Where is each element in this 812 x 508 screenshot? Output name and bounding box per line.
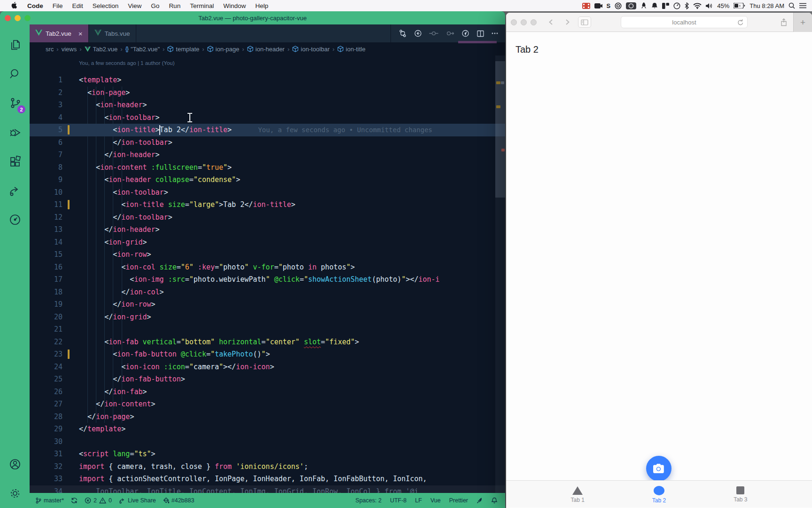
menu-item-code[interactable]: Code — [23, 2, 48, 9]
address-bar[interactable]: localhost — [621, 16, 748, 28]
vscode-titlebar[interactable]: Tab2.vue — photo-gallery-capacitor-vue — [0, 11, 505, 24]
spotlight-icon[interactable] — [789, 2, 795, 9]
code-line[interactable]: 15 <ion-row> — [30, 248, 505, 261]
code-editor[interactable]: You, a few seconds ago | 1 author (You) … — [30, 56, 505, 493]
search-icon[interactable] — [0, 59, 30, 88]
split-editor-icon[interactable] — [476, 30, 484, 38]
tab-tabs-vue[interactable]: Tabs.vue — [89, 24, 136, 42]
extensions-icon[interactable] — [0, 147, 30, 176]
line-number[interactable]: 18 — [30, 286, 62, 299]
tab-bar-item-tab-1[interactable]: Tab 1 — [537, 481, 618, 508]
breadcrumb-item-tab2-vue[interactable]: Tab2.vue — [85, 46, 118, 53]
line-number[interactable]: 31 — [30, 448, 62, 460]
timeline-clock-icon[interactable] — [0, 205, 30, 234]
line-number[interactable]: 20 — [30, 311, 62, 324]
line-number[interactable]: 30 — [30, 436, 62, 448]
bluetooth-icon[interactable] — [685, 2, 689, 9]
live-share-icon[interactable] — [0, 176, 30, 205]
accounts-icon[interactable] — [0, 450, 30, 479]
menubar-clock[interactable]: Thu 8:28 AM — [750, 2, 784, 9]
prev-change-icon[interactable] — [429, 29, 438, 38]
git-compare-icon[interactable] — [398, 29, 407, 38]
forward-button[interactable] — [561, 16, 574, 28]
breadcrumb-item-ion-title[interactable]: ion-title — [337, 46, 366, 53]
code-line[interactable]: 9 <ion-header collapse="condense"> — [30, 174, 505, 186]
wifi-icon[interactable] — [693, 3, 702, 9]
line-number[interactable]: 3 — [30, 99, 62, 111]
menu-item-view[interactable]: View — [123, 2, 146, 9]
line-number[interactable]: 15 — [30, 248, 62, 261]
code-line[interactable]: 13 </ion-header> — [30, 223, 505, 236]
source-control-icon[interactable]: 2 — [0, 88, 30, 118]
line-number[interactable]: 28 — [30, 411, 62, 423]
settings-gear-icon[interactable] — [0, 479, 30, 508]
line-number[interactable]: 10 — [30, 186, 62, 199]
code-line[interactable]: 8 <ion-content :fullscreen="true"> — [30, 161, 505, 174]
tab-bar-item-tab-2[interactable]: Tab 2 — [618, 481, 700, 508]
menu-item-help[interactable]: Help — [250, 2, 273, 9]
rocket-menu-icon[interactable] — [640, 2, 647, 9]
peacock-color-status[interactable]: #42b883 — [163, 497, 195, 504]
close-tab-icon[interactable]: × — [78, 30, 83, 38]
formatter-status[interactable]: Prettier — [449, 497, 468, 504]
line-number[interactable]: 23 — [30, 348, 62, 361]
code-line[interactable]: 16 <ion-col size="6" :key="photo" v-for=… — [30, 261, 505, 274]
sync-changes-button[interactable] — [71, 497, 78, 504]
code-line[interactable]: 4 <ion-toolbar> — [30, 111, 505, 124]
line-number[interactable]: 7 — [30, 149, 62, 161]
menu-item-file[interactable]: File — [48, 2, 68, 9]
code-line[interactable]: 31<script lang="ts"> — [30, 448, 505, 460]
menu-item-run[interactable]: Run — [164, 2, 185, 9]
line-number[interactable]: 14 — [30, 236, 62, 249]
line-number[interactable]: 22 — [30, 336, 62, 349]
sidebar-toggle-icon[interactable] — [578, 16, 591, 28]
line-number[interactable]: 9 — [30, 174, 62, 186]
close-window-button[interactable] — [5, 15, 11, 21]
volume-icon[interactable] — [706, 3, 713, 9]
breadcrumb-item-ion-header[interactable]: ion-header — [247, 46, 285, 53]
language-mode-status[interactable]: Vue — [430, 497, 441, 504]
breadcrumb-item-ion-toolbar[interactable]: ion-toolbar — [292, 46, 329, 53]
code-line[interactable]: 20 </ion-grid> — [30, 311, 505, 324]
code-line[interactable]: 21 — [30, 323, 505, 336]
codelens-annotation[interactable]: You, a few seconds ago | 1 author (You) — [30, 56, 505, 74]
run-debug-icon[interactable] — [0, 118, 30, 147]
code-line[interactable]: 6 </ion-toolbar> — [30, 136, 505, 149]
menu-item-terminal[interactable]: Terminal — [185, 2, 219, 9]
breadcrumb-item-views[interactable]: views — [62, 46, 77, 53]
new-tab-button[interactable]: + — [793, 13, 812, 32]
time-machine-icon[interactable] — [673, 2, 680, 9]
code-line[interactable]: 17 <ion-img :src="photo.webviewPath" @cl… — [30, 273, 505, 286]
code-line[interactable]: 33import { actionSheetController, IonPag… — [30, 473, 505, 485]
active-menu-extra-icon[interactable] — [626, 2, 636, 9]
line-number[interactable]: 5 — [30, 124, 62, 136]
code-line[interactable]: 3 <ion-header> — [30, 99, 505, 111]
git-branch-status[interactable]: master* — [35, 497, 64, 504]
minimize-window-button[interactable] — [15, 15, 21, 21]
line-number[interactable]: 26 — [30, 386, 62, 398]
reload-icon[interactable] — [737, 19, 744, 27]
zoom-window-button[interactable] — [531, 19, 537, 25]
code-line[interactable]: 10 <ion-toolbar> — [30, 186, 505, 199]
line-number[interactable]: 29 — [30, 423, 62, 436]
apple-menu-icon[interactable] — [7, 2, 23, 9]
rocket-status-icon[interactable] — [476, 497, 483, 504]
code-line[interactable]: 23 <ion-fab-button @click="takePhoto()"> — [30, 348, 505, 361]
nav-back-icon[interactable] — [414, 29, 422, 38]
line-number[interactable]: 4 — [30, 111, 62, 124]
minimize-window-button[interactable] — [521, 19, 527, 25]
next-change-icon[interactable] — [445, 29, 454, 38]
code-line[interactable]: 26 </ion-fab> — [30, 386, 505, 398]
share-icon[interactable] — [777, 16, 790, 28]
record-circle-icon[interactable] — [615, 2, 622, 9]
line-number[interactable]: 19 — [30, 298, 62, 311]
code-line[interactable]: 34 IonToolbar, IonTitle, IonContent, Ion… — [30, 485, 505, 493]
line-number[interactable]: 12 — [30, 211, 62, 224]
code-line[interactable]: 18 </ion-col> — [30, 286, 505, 299]
line-number[interactable]: 13 — [30, 223, 62, 236]
explorer-icon[interactable] — [0, 30, 30, 59]
s-app-icon[interactable]: S — [607, 2, 611, 9]
code-line[interactable]: 25 </ion-fab-button> — [30, 373, 505, 386]
line-number[interactable]: 34 — [30, 485, 62, 493]
line-number[interactable]: 21 — [30, 323, 62, 336]
